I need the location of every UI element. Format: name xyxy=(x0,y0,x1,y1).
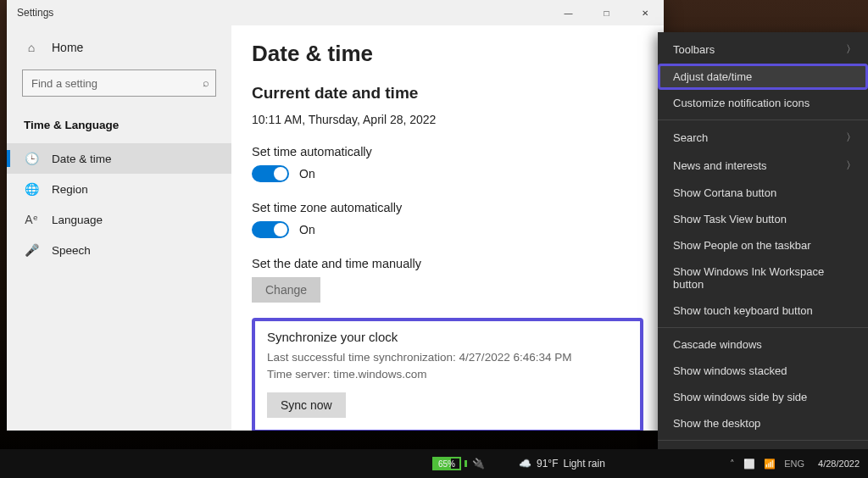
nav-icon: Aᵉ xyxy=(24,213,39,226)
home-label: Home xyxy=(52,41,83,54)
context-item-label: Show windows stacked xyxy=(673,364,787,377)
tray-chevron-icon[interactable]: ˄ xyxy=(730,459,735,470)
weather-icon: ☁️ xyxy=(519,458,531,470)
context-item-search[interactable]: Search〉 xyxy=(658,124,868,152)
category-heading: Time & Language xyxy=(7,110,231,143)
context-item-label: Customize notification icons xyxy=(673,97,810,109)
context-separator xyxy=(658,440,868,441)
context-item-cascade-windows[interactable]: Cascade windows xyxy=(658,331,868,358)
weather-cond: Light rain xyxy=(563,458,604,470)
sync-heading: Synchronize your clock xyxy=(267,330,628,344)
auto-time-toggle[interactable] xyxy=(252,165,289,182)
nav-icon: 🎤 xyxy=(24,243,39,257)
tray-icon[interactable]: 📶 xyxy=(764,459,776,470)
nav-label: Language xyxy=(52,214,103,226)
chevron-right-icon: 〉 xyxy=(846,42,856,57)
minimize-button[interactable]: — xyxy=(549,0,587,25)
tray-date[interactable]: 4/28/2022 xyxy=(818,459,860,469)
page-title: Date & time xyxy=(252,41,643,67)
context-item-customize-notification-icons[interactable]: Customize notification icons xyxy=(658,90,868,116)
auto-tz-label: Set time zone automatically xyxy=(252,201,643,214)
current-date-heading: Current date and time xyxy=(252,84,643,103)
system-tray[interactable]: ˄ ⬜ 📶 ENG 4/28/2022 xyxy=(721,459,868,470)
context-separator xyxy=(658,327,868,328)
nav-label: Date & time xyxy=(52,153,112,165)
auto-tz-state: On xyxy=(299,223,315,236)
window-controls: — □ ✕ xyxy=(549,0,664,25)
context-item-label: Show Windows Ink Workspace button xyxy=(673,265,856,291)
manual-label: Set the date and time manually xyxy=(252,257,643,270)
context-item-label: Adjust date/time xyxy=(673,70,752,83)
plug-icon: 🔌 xyxy=(472,458,485,470)
maximize-button[interactable]: □ xyxy=(587,0,626,25)
nav-icon: 🕒 xyxy=(24,152,39,165)
sync-last: Last successful time synchronization: 4/… xyxy=(267,349,628,366)
weather-widget[interactable]: ☁️ 91°F Light rain xyxy=(519,458,605,470)
sync-server: Time server: time.windows.com xyxy=(267,366,628,383)
context-item-label: Show Task View button xyxy=(673,213,787,225)
sidebar-item-language[interactable]: AᵉLanguage xyxy=(7,204,231,235)
context-item-show-cortana-button[interactable]: Show Cortana button xyxy=(658,180,868,206)
chevron-right-icon: 〉 xyxy=(846,158,856,173)
change-button: Change xyxy=(252,277,320,303)
context-item-show-task-view-button[interactable]: Show Task View button xyxy=(658,206,868,232)
weather-temp: 91°F xyxy=(537,458,558,470)
context-item-label: Show Cortana button xyxy=(673,186,776,199)
context-item-label: Show touch keyboard button xyxy=(673,304,813,317)
titlebar: Settings — □ ✕ xyxy=(7,0,664,25)
sync-now-button[interactable]: Sync now xyxy=(267,392,346,418)
context-item-show-windows-side-by-side[interactable]: Show windows side by side xyxy=(658,384,868,410)
tray-icon[interactable]: ⬜ xyxy=(743,459,755,470)
context-item-toolbars[interactable]: Toolbars〉 xyxy=(658,36,868,64)
sidebar-item-region[interactable]: 🌐Region xyxy=(7,174,231,204)
context-item-label: News and interests xyxy=(673,159,767,172)
taskbar[interactable]: 65% 🔌 ☁️ 91°F Light rain ˄ ⬜ 📶 ENG 4/28/… xyxy=(0,449,868,478)
sidebar-item-date-time[interactable]: 🕒Date & time xyxy=(7,143,231,174)
context-item-label: Show the desktop xyxy=(673,417,760,430)
context-item-show-people-on-the-taskbar[interactable]: Show People on the taskbar xyxy=(658,232,868,258)
settings-window: Settings — □ ✕ ⌂ Home ⌕ Time & Language … xyxy=(7,0,664,431)
search-icon: ⌕ xyxy=(203,76,209,89)
window-title: Settings xyxy=(7,7,53,19)
context-item-show-touch-keyboard-button[interactable]: Show touch keyboard button xyxy=(658,297,868,324)
nav-icon: 🌐 xyxy=(24,182,39,196)
auto-tz-toggle[interactable] xyxy=(252,221,289,238)
auto-time-label: Set time automatically xyxy=(252,145,643,158)
context-item-label: Search xyxy=(673,131,708,144)
context-item-show-the-desktop[interactable]: Show the desktop xyxy=(658,410,868,436)
tray-lang[interactable]: ENG xyxy=(784,459,804,469)
context-separator xyxy=(658,119,868,120)
sync-clock-section: Synchronize your clock Last successful t… xyxy=(252,318,643,431)
current-date-value: 10:11 AM, Thursday, April 28, 2022 xyxy=(252,113,643,126)
nav-label: Region xyxy=(52,183,88,196)
context-item-adjust-date-time[interactable]: Adjust date/time xyxy=(658,64,868,90)
home-icon: ⌂ xyxy=(24,41,39,54)
context-item-label: Show windows side by side xyxy=(673,391,807,403)
context-item-show-windows-ink-workspace-button[interactable]: Show Windows Ink Workspace button xyxy=(658,258,868,297)
settings-sidebar: ⌂ Home ⌕ Time & Language 🕒Date & time🌐Re… xyxy=(7,25,231,431)
context-item-label: Show People on the taskbar xyxy=(673,239,811,252)
settings-content: Date & time Current date and time 10:11 … xyxy=(231,25,664,431)
auto-time-state: On xyxy=(299,167,315,181)
search-wrap: ⌕ xyxy=(22,69,216,97)
chevron-right-icon: 〉 xyxy=(846,131,856,145)
battery-percent: 65% xyxy=(438,459,455,469)
context-item-label: Cascade windows xyxy=(673,338,762,351)
search-input[interactable] xyxy=(22,69,216,97)
desktop: Settings — □ ✕ ⌂ Home ⌕ Time & Language … xyxy=(0,0,868,478)
home-nav[interactable]: ⌂ Home xyxy=(7,34,231,61)
taskbar-context-menu: Toolbars〉Adjust date/timeCustomize notif… xyxy=(658,32,868,478)
sidebar-item-speech[interactable]: 🎤Speech xyxy=(7,235,231,265)
context-item-news-and-interests[interactable]: News and interests〉 xyxy=(658,152,868,180)
context-item-show-windows-stacked[interactable]: Show windows stacked xyxy=(658,358,868,384)
context-item-label: Toolbars xyxy=(673,43,715,56)
close-button[interactable]: ✕ xyxy=(626,0,664,25)
nav-label: Speech xyxy=(52,244,91,257)
battery-indicator[interactable]: 65% 🔌 xyxy=(432,457,485,470)
